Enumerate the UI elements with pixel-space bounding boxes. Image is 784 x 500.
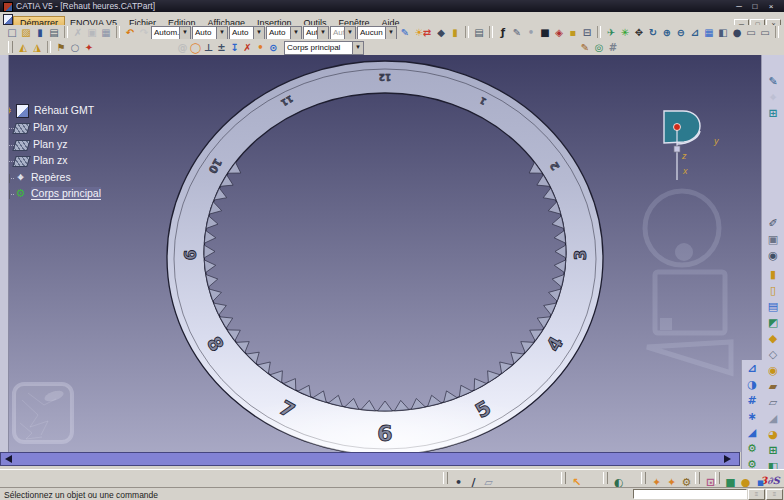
view-compass[interactable]: y z x bbox=[635, 83, 735, 188]
chevron-down-icon[interactable]: ▼ bbox=[317, 27, 328, 39]
tree-item-label[interactable]: Plan yz bbox=[33, 138, 67, 150]
toolbar-handle[interactable] bbox=[561, 472, 566, 484]
search-binoculars-icon[interactable]: ◉ bbox=[765, 248, 781, 263]
tree-item-plan-zx[interactable]: Plan zx bbox=[14, 154, 67, 168]
mirror-icon[interactable]: ◑ bbox=[744, 377, 760, 392]
chamfer-icon[interactable]: ◢ bbox=[765, 411, 781, 426]
chevron-down-icon[interactable]: ▼ bbox=[179, 27, 190, 39]
trace-circle-icon[interactable]: ◯ bbox=[189, 41, 202, 54]
scroll-right-icon[interactable] bbox=[724, 455, 731, 463]
hide-show-icon[interactable]: ▭ bbox=[744, 26, 758, 39]
toolbar-handle[interactable] bbox=[695, 472, 700, 484]
compass-handle[interactable] bbox=[674, 146, 680, 152]
tolerance-icon[interactable]: ± bbox=[215, 41, 228, 54]
tree-item-plan-yz[interactable]: Plan yz bbox=[14, 138, 67, 152]
save-icon[interactable]: ▮ bbox=[33, 26, 47, 39]
groove-icon[interactable]: ◇ bbox=[765, 347, 781, 362]
pan-icon[interactable]: ✥ bbox=[632, 26, 646, 39]
shading-mode-icon[interactable]: ● bbox=[730, 26, 744, 39]
delete-feature-icon[interactable]: ✗ bbox=[241, 41, 254, 54]
chevron-down-icon[interactable]: ▼ bbox=[344, 27, 355, 39]
power-input-lock-button[interactable]: ≡ bbox=[766, 489, 783, 500]
property-combo[interactable]: Auto▼ bbox=[229, 26, 265, 40]
shaft-icon[interactable]: ◆ bbox=[765, 331, 781, 346]
toolbar-handle[interactable] bbox=[641, 472, 646, 484]
point-marker-icon[interactable]: • bbox=[254, 41, 267, 54]
redo-icon[interactable]: ↷ bbox=[137, 26, 151, 39]
axis-system-icon[interactable]: ⊥ bbox=[202, 41, 215, 54]
measure-between-icon[interactable]: ⇄ bbox=[420, 26, 434, 39]
open-folder-icon[interactable]: ▨ bbox=[19, 26, 33, 39]
tree-item-label[interactable]: Plan zx bbox=[33, 154, 67, 166]
toolbar-handle[interactable] bbox=[603, 472, 608, 484]
state-dot-icon[interactable]: • bbox=[524, 26, 538, 39]
pad-icon[interactable]: ▮ bbox=[765, 267, 781, 282]
normal-view-icon[interactable]: ⊿ bbox=[688, 26, 702, 39]
slot-icon[interactable]: ▱ bbox=[765, 395, 781, 410]
specification-graph-icon[interactable]: ◈ bbox=[552, 26, 566, 39]
world-search-icon[interactable]: ◎ bbox=[592, 41, 606, 54]
multi-pad-icon[interactable]: ▤ bbox=[765, 299, 781, 314]
rectangular-pattern-icon[interactable]: # bbox=[744, 393, 760, 408]
fly-mode-icon[interactable]: ✈ bbox=[604, 26, 618, 39]
formula-icon[interactable]: ƒ bbox=[496, 26, 510, 39]
chevron-down-icon[interactable]: ▼ bbox=[216, 27, 227, 39]
copy-icon[interactable]: ▣ bbox=[85, 26, 99, 39]
toolbar-handle[interactable] bbox=[443, 472, 448, 484]
apply-material-icon[interactable]: ◆ bbox=[434, 26, 448, 39]
mail-icon[interactable]: @ bbox=[176, 41, 189, 54]
toolbar-handle[interactable] bbox=[715, 472, 720, 484]
printer-icon[interactable]: ▤ bbox=[472, 26, 486, 39]
paste-icon[interactable]: ▦ bbox=[99, 26, 113, 39]
chapter-ring-band[interactable] bbox=[167, 61, 603, 452]
undo-icon[interactable]: ↶ bbox=[123, 26, 137, 39]
print-icon[interactable]: ▤ bbox=[47, 26, 61, 39]
sketcher-icon[interactable]: ✎ bbox=[765, 74, 781, 89]
split-view-icon[interactable]: ⊟ bbox=[580, 26, 594, 39]
grid-draft-icon[interactable]: # bbox=[606, 41, 620, 54]
fit-all-in-icon[interactable]: ✳ bbox=[618, 26, 632, 39]
bounding-box-icon[interactable]: ⊞ bbox=[765, 106, 781, 121]
wireframe-axis-icon[interactable]: ⌖ bbox=[765, 90, 781, 105]
property-combo[interactable]: Aut▼ bbox=[330, 26, 356, 40]
isometric-view-icon[interactable]: ◧ bbox=[716, 26, 730, 39]
new-document-icon[interactable]: □ bbox=[5, 26, 19, 39]
toolbar-handle[interactable] bbox=[8, 41, 13, 53]
ring-numeral-3[interactable]: 3 bbox=[572, 250, 590, 260]
property-combo[interactable]: Auto▼ bbox=[266, 26, 302, 40]
insert-component-icon[interactable]: ↧ bbox=[228, 41, 241, 54]
paint-pen-icon[interactable]: ✎ bbox=[578, 41, 592, 54]
annotation-icon[interactable]: ✎ bbox=[510, 26, 524, 39]
lock-update-icon[interactable]: ▮ bbox=[448, 26, 462, 39]
property-combo[interactable]: Aut▼ bbox=[303, 26, 329, 40]
chevron-down-icon[interactable]: ▼ bbox=[352, 42, 363, 54]
capture-icon[interactable]: ▣ bbox=[765, 232, 781, 247]
tree-item-label[interactable]: Repères bbox=[31, 171, 71, 183]
wax-seal-icon[interactable]: ✦ bbox=[82, 41, 96, 54]
chevron-down-icon[interactable]: ▼ bbox=[290, 27, 301, 39]
tree-item-label[interactable]: Plan xy bbox=[33, 121, 67, 133]
property-combo[interactable]: Aucun▼ bbox=[357, 26, 397, 40]
tree-root-label[interactable]: Réhaut GMT bbox=[34, 104, 94, 116]
rotate-icon[interactable]: ↻ bbox=[646, 26, 660, 39]
viewport-3d[interactable]: 123456789101112 y z x ⚙Réhaut GMTPlan xy… bbox=[0, 55, 784, 452]
catalog-edit-icon[interactable]: ◮ bbox=[30, 41, 44, 54]
horizontal-scrollbar[interactable] bbox=[0, 452, 740, 466]
points-cloud-icon[interactable]: ∗ bbox=[744, 409, 760, 424]
drafted-pad-icon[interactable]: ▯ bbox=[765, 283, 781, 298]
chevron-down-icon[interactable]: ▼ bbox=[253, 27, 264, 39]
tree-item-repères[interactable]: +⌖Repères bbox=[14, 171, 71, 185]
check-spelling-icon[interactable]: ⚑ bbox=[54, 41, 68, 54]
power-input[interactable] bbox=[633, 489, 747, 499]
rib-icon[interactable]: ▰ bbox=[765, 379, 781, 394]
assemble-body-icon[interactable]: ⚙ bbox=[744, 441, 760, 456]
sew-surface-icon[interactable]: ◢ bbox=[744, 425, 760, 440]
pocket-icon[interactable]: ◩ bbox=[765, 315, 781, 330]
hole-icon[interactable]: ◉ bbox=[765, 363, 781, 378]
scroll-left-icon[interactable] bbox=[5, 455, 12, 463]
lock-icon[interactable]: ▪ bbox=[566, 26, 580, 39]
edge-fillet-icon[interactable]: ◕ bbox=[765, 427, 781, 442]
graphic-properties-wizard-icon[interactable]: ✎ bbox=[398, 26, 412, 39]
chevron-down-icon[interactable]: ▼ bbox=[385, 27, 396, 39]
catalog-browser-icon[interactable]: ◭ bbox=[16, 41, 30, 54]
